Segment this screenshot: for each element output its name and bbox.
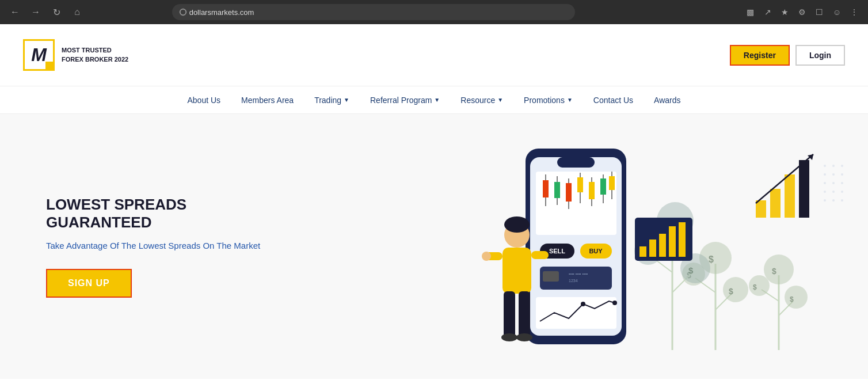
svg-point-33 [764, 254, 794, 284]
bookmark-icon[interactable]: ★ [778, 5, 792, 19]
svg-point-85 [501, 333, 517, 341]
svg-text:$: $ [790, 295, 794, 303]
menu-icon[interactable]: ⋮ [847, 5, 861, 19]
svg-rect-59 [577, 177, 583, 192]
promotions-dropdown-arrow: ▼ [567, 97, 573, 103]
logo-area[interactable]: M MOST TRUSTED FOREX BROKER 2022 [23, 39, 128, 71]
svg-rect-71 [543, 271, 559, 282]
svg-rect-17 [785, 174, 795, 218]
svg-point-6 [824, 182, 826, 184]
svg-rect-89 [649, 240, 656, 257]
svg-rect-88 [639, 246, 646, 257]
nav-promotions[interactable]: Promotions ▼ [513, 86, 583, 114]
header-actions: Register Login [730, 45, 845, 66]
login-button[interactable]: Login [795, 45, 845, 66]
home-button[interactable]: ⌂ [69, 4, 85, 20]
hero-subtitle: Take Advantage Of The Lowest Spreads On … [46, 241, 288, 250]
hero-text-block: LOWEST SPREADS GUARANTEED Take Advantage… [46, 196, 288, 298]
logo-icon: M [23, 39, 55, 71]
svg-rect-79 [502, 248, 531, 294]
svg-rect-18 [799, 160, 809, 218]
svg-rect-50 [557, 157, 595, 168]
browser-chrome: ← → ↻ ⌂ dollarsmarkets.com ▩ ↗ ★ ⚙ ☐ ☺ ⋮ [0, 0, 868, 24]
nav-contact-us[interactable]: Contact Us [583, 86, 644, 114]
address-bar[interactable]: dollarsmarkets.com [172, 4, 575, 20]
svg-point-75 [581, 302, 585, 306]
nav-referral-program[interactable]: Referral Program ▼ [360, 86, 450, 114]
svg-rect-55 [554, 182, 560, 198]
svg-rect-92 [679, 222, 686, 257]
back-button[interactable]: ← [7, 4, 23, 20]
svg-text:BUY: BUY [589, 248, 603, 254]
svg-rect-83 [504, 291, 515, 337]
trading-dropdown-arrow: ▼ [344, 97, 349, 103]
profile-icon[interactable]: ☺ [830, 5, 844, 19]
svg-point-34 [785, 286, 808, 309]
svg-text:$: $ [688, 265, 694, 275]
svg-point-3 [824, 173, 826, 176]
svg-point-11 [841, 191, 843, 193]
logo-text: MOST TRUSTED FOREX BROKER 2022 [62, 46, 128, 64]
svg-point-13 [832, 199, 835, 202]
cast-icon[interactable]: ▩ [744, 5, 757, 19]
svg-point-4 [832, 173, 835, 176]
svg-point-7 [832, 182, 835, 184]
svg-rect-90 [659, 234, 666, 257]
svg-rect-57 [566, 183, 572, 202]
main-nav: About Us Members Area Trading ▼ Referral… [0, 86, 868, 114]
hero-illustration: $ $ $ $ $ $ [436, 114, 868, 379]
svg-rect-81 [531, 251, 549, 259]
svg-point-10 [832, 191, 835, 193]
browser-action-icons: ▩ ↗ ★ ⚙ ☐ ☺ ⋮ [744, 5, 861, 19]
share-icon[interactable]: ↗ [761, 5, 775, 19]
svg-point-25 [723, 277, 748, 302]
nav-members-area[interactable]: Members Area [231, 86, 304, 114]
url-text: dollarsmarkets.com [189, 8, 254, 17]
nav-trading[interactable]: Trading ▼ [304, 86, 360, 114]
svg-rect-74 [536, 297, 616, 329]
svg-rect-16 [770, 189, 781, 218]
svg-rect-63 [600, 178, 606, 195]
svg-point-76 [612, 301, 617, 305]
forward-button[interactable]: → [28, 4, 44, 20]
svg-text:$: $ [772, 267, 776, 276]
site-header: M MOST TRUSTED FOREX BROKER 2022 Registe… [0, 24, 868, 86]
svg-rect-84 [519, 291, 530, 337]
nav-resource[interactable]: Resource ▼ [450, 86, 513, 114]
svg-text:$: $ [753, 283, 757, 291]
svg-point-9 [824, 191, 826, 193]
window-icon[interactable]: ☐ [813, 5, 827, 19]
svg-point-82 [482, 252, 491, 261]
resource-dropdown-arrow: ▼ [497, 97, 503, 103]
svg-rect-53 [543, 180, 549, 197]
svg-point-86 [516, 333, 532, 341]
svg-text:•••• •••• ••••: •••• •••• •••• [569, 272, 588, 276]
svg-point-35 [749, 275, 770, 296]
register-button[interactable]: Register [730, 45, 790, 66]
hero-title: LOWEST SPREADS GUARANTEED [46, 196, 288, 231]
svg-point-8 [841, 182, 843, 184]
svg-point-1 [832, 165, 835, 167]
nav-about-us[interactable]: About Us [177, 86, 231, 114]
svg-point-5 [841, 173, 843, 176]
svg-text:1234: 1234 [569, 279, 578, 283]
svg-rect-91 [669, 226, 676, 257]
svg-point-0 [824, 165, 826, 167]
svg-text:$: $ [709, 254, 714, 264]
svg-rect-65 [609, 176, 615, 190]
referral-dropdown-arrow: ▼ [434, 97, 440, 103]
svg-text:SELL: SELL [549, 248, 565, 254]
svg-point-78 [504, 216, 530, 233]
svg-point-2 [841, 165, 843, 167]
extensions-icon[interactable]: ⚙ [795, 5, 809, 19]
reload-button[interactable]: ↻ [48, 4, 64, 20]
hero-section: LOWEST SPREADS GUARANTEED Take Advantage… [0, 114, 868, 379]
svg-text:$: $ [729, 287, 733, 296]
svg-point-14 [841, 199, 843, 202]
signup-button[interactable]: SIGN UP [46, 269, 132, 298]
svg-rect-61 [589, 182, 595, 199]
svg-point-12 [824, 199, 826, 202]
nav-awards[interactable]: Awards [644, 86, 691, 114]
svg-rect-15 [756, 200, 766, 218]
